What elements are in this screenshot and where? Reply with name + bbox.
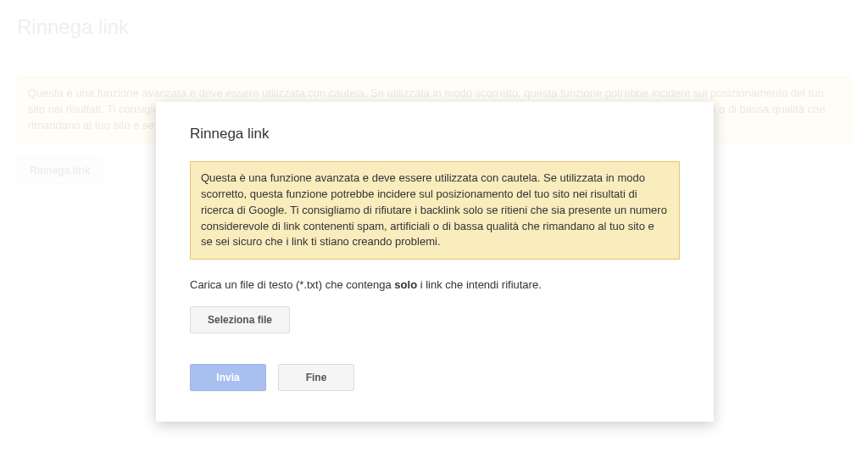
submit-button[interactable]: Invia: [190, 364, 266, 391]
upload-instruction-suffix: i link che intendi rifiutare.: [417, 278, 542, 291]
select-file-button[interactable]: Seleziona file: [190, 306, 290, 333]
disavow-modal: Rinnega link Questa è una funzione avanz…: [156, 102, 714, 422]
upload-instruction-prefix: Carica un file di testo (*.txt) che cont…: [190, 278, 394, 291]
upload-instruction-bold: solo: [394, 278, 417, 291]
modal-warning: Questa è una funzione avanzata e deve es…: [190, 161, 680, 260]
modal-title: Rinnega link: [190, 126, 680, 143]
upload-instruction: Carica un file di testo (*.txt) che cont…: [190, 278, 680, 291]
file-select-row: Seleziona file: [190, 306, 680, 333]
modal-action-row: Invia Fine: [190, 364, 680, 391]
done-button[interactable]: Fine: [278, 364, 354, 391]
